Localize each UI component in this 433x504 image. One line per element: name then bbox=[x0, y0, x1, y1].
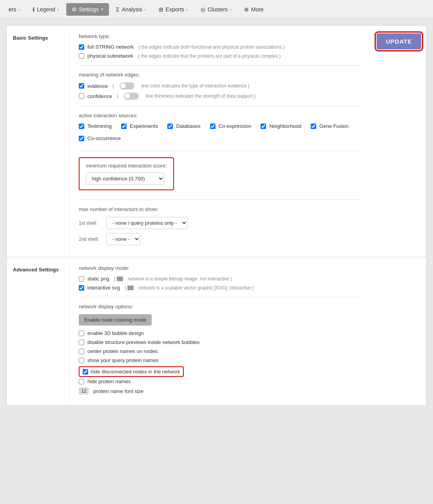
divider-2 bbox=[79, 106, 362, 106]
source-coexpression-checkbox[interactable] bbox=[210, 124, 216, 129]
clusters-chevron: › bbox=[230, 7, 232, 12]
toggle-evidence-knob bbox=[120, 83, 126, 89]
nav-item-settings[interactable]: ⚙ Settings ▾ bbox=[66, 3, 109, 16]
main-content: Basic Settings Network type: full STRING… bbox=[0, 19, 433, 412]
shell1-select[interactable]: - none / query proteins only - 1 2 5 10 … bbox=[106, 217, 188, 229]
network-type-physical: physical subnetwork ( the edges indicate… bbox=[79, 53, 362, 59]
divider-3 bbox=[79, 151, 362, 151]
display-static-png: static png ( network is a simple bitmap … bbox=[79, 276, 362, 282]
edge-evidence-desc: line color indicates the type of interac… bbox=[141, 83, 250, 89]
basic-settings-label: Basic Settings bbox=[7, 25, 69, 257]
option-disable-structure: disable structure previews inside networ… bbox=[79, 339, 362, 345]
max-interactors-title: max number of interactors to show: bbox=[79, 206, 362, 212]
display-options-title: network display options: bbox=[79, 304, 362, 309]
basic-settings-content: Network type: full STRING network ( the … bbox=[69, 25, 371, 257]
nav-item-legend[interactable]: ℹ Legend › bbox=[27, 3, 64, 16]
advanced-settings-content: network display mode: static png ( netwo… bbox=[69, 257, 371, 406]
source-textmining-label: Textmining bbox=[87, 123, 112, 129]
network-type-full-label: full STRING network bbox=[87, 44, 134, 50]
edge-evidence-paren: ( bbox=[112, 83, 114, 89]
exports-label: Exports bbox=[166, 6, 184, 13]
min-score-select[interactable]: low confidence (0.150) medium confidence… bbox=[86, 173, 164, 185]
topbar: ers › ℹ Legend › ⚙ Settings ▾ Σ Analysis… bbox=[0, 0, 433, 19]
advanced-settings-panel: Advanced Settings network display mode: … bbox=[6, 257, 427, 406]
adv-right-panel bbox=[371, 257, 426, 406]
source-coexpression-label: Co-expression bbox=[219, 123, 252, 129]
edge-confidence-label: confidence bbox=[87, 93, 112, 99]
option-disable-structure-label: disable structure previews inside networ… bbox=[87, 339, 199, 345]
option-disable-structure-checkbox[interactable] bbox=[79, 340, 84, 345]
toggle-confidence-knob bbox=[125, 93, 130, 99]
source-cooccurrence-checkbox[interactable] bbox=[79, 136, 84, 141]
source-cooccurrence-label: Co-occurrence bbox=[87, 135, 121, 141]
divider-1 bbox=[79, 65, 362, 66]
clusters-label: Clusters bbox=[208, 6, 228, 13]
display-static-checkbox[interactable] bbox=[79, 276, 84, 282]
network-type-title: Network type: bbox=[79, 33, 362, 39]
nav-item-more[interactable]: ⊕ More bbox=[239, 3, 269, 16]
option-center-protein-label: center protein names on nodes bbox=[87, 348, 158, 354]
source-databases-label: Databases bbox=[176, 123, 200, 129]
divider-4 bbox=[79, 200, 362, 200]
option-hide-protein-names: hide protein names bbox=[79, 378, 362, 384]
option-hide-disconnected-checkbox[interactable] bbox=[83, 369, 88, 375]
legend-chevron: › bbox=[58, 7, 59, 12]
source-textmining-checkbox[interactable] bbox=[79, 124, 84, 129]
source-cooccurrence: Co-occurrence bbox=[79, 135, 121, 141]
right-panel: UPDATE bbox=[371, 25, 426, 257]
option-3d-checkbox[interactable] bbox=[79, 331, 84, 336]
legend-label: Legend bbox=[37, 6, 55, 13]
display-svg-icon: ( bbox=[125, 285, 134, 291]
analysis-label: Analysis bbox=[122, 6, 142, 13]
shell2-select[interactable]: - none - 1 2 5 10 20 50 bbox=[106, 233, 140, 245]
nav-item-clusters[interactable]: ◎ Clusters › bbox=[195, 3, 237, 16]
font-size-number: 12 bbox=[79, 388, 89, 395]
source-experiments: Experiments bbox=[121, 123, 158, 129]
option-hide-disconnected-row: hide disconnected nodes in the network bbox=[79, 366, 362, 377]
network-type-full: full STRING network ( the edges indicate… bbox=[79, 44, 362, 50]
exports-icon: ⊞ bbox=[159, 6, 163, 13]
edge-evidence-checkbox[interactable] bbox=[79, 83, 84, 89]
min-score-box: minimum required interaction score: low … bbox=[79, 157, 174, 190]
source-databases-checkbox[interactable] bbox=[167, 124, 173, 129]
network-type-full-desc: ( the edges indicate both functional and… bbox=[138, 44, 284, 50]
display-svg-label: interactive svg bbox=[87, 285, 120, 291]
source-genefusion-checkbox[interactable] bbox=[311, 124, 316, 129]
option-show-query-checkbox[interactable] bbox=[79, 358, 84, 363]
source-neighborhood-checkbox[interactable] bbox=[261, 124, 266, 129]
clusters-icon: ◎ bbox=[201, 6, 205, 13]
edge-confidence-row: confidence ( line thickness indicates th… bbox=[79, 93, 362, 100]
edge-confidence-desc: line thickness indicates the strength of… bbox=[146, 93, 255, 99]
option-show-query: show your query protein names bbox=[79, 357, 362, 363]
nav-item-analysis[interactable]: Σ Analysis › bbox=[111, 3, 151, 16]
update-button[interactable]: UPDATE bbox=[377, 33, 422, 49]
option-show-query-label: show your query protein names bbox=[87, 357, 158, 363]
edge-confidence-toggle[interactable] bbox=[124, 93, 139, 100]
edge-confidence-checkbox[interactable] bbox=[79, 93, 84, 99]
network-type-physical-label: physical subnetwork bbox=[87, 53, 133, 59]
shell1-row: 1st shell: - none / query proteins only … bbox=[79, 217, 362, 229]
option-3d-bubble: enable 3D bubble design bbox=[79, 330, 362, 336]
option-center-protein-checkbox[interactable] bbox=[79, 349, 84, 354]
analysis-chevron: › bbox=[145, 7, 146, 12]
nav-item-exports[interactable]: ⊞ Exports › bbox=[153, 3, 194, 16]
edge-evidence-toggle[interactable] bbox=[120, 82, 134, 89]
edge-confidence-paren: ( bbox=[117, 93, 118, 99]
network-type-full-checkbox[interactable] bbox=[79, 44, 84, 50]
display-svg-checkbox[interactable] bbox=[79, 285, 84, 291]
shell1-label: 1st shell: bbox=[79, 220, 102, 226]
source-experiments-checkbox[interactable] bbox=[121, 124, 127, 129]
option-hide-protein-checkbox[interactable] bbox=[79, 379, 84, 384]
source-experiments-label: Experiments bbox=[130, 123, 158, 129]
settings-chevron: ▾ bbox=[101, 7, 103, 12]
option-center-protein: center protein names on nodes bbox=[79, 348, 362, 354]
network-type-physical-desc: ( the edges indicate that the proteins a… bbox=[138, 53, 281, 59]
nav-item-players[interactable]: ers › bbox=[3, 3, 25, 16]
option-hide-protein-label: hide protein names bbox=[87, 378, 131, 384]
enable-node-coloring-button[interactable]: Enable node coloring mode bbox=[79, 314, 152, 326]
network-type-physical-checkbox[interactable] bbox=[79, 53, 84, 59]
option-3d-label: enable 3D bubble design bbox=[87, 330, 144, 336]
interaction-sources-title: active interaction sources: bbox=[79, 113, 362, 118]
settings-label: Settings bbox=[79, 6, 99, 13]
source-textmining: Textmining bbox=[79, 123, 112, 129]
